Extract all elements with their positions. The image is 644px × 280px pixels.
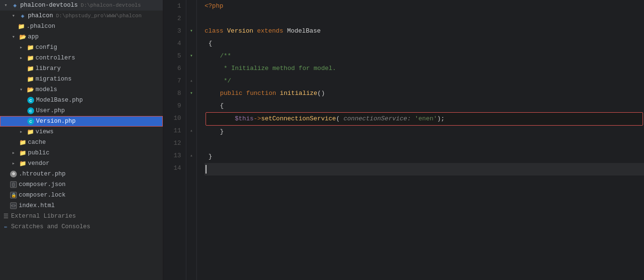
project-icon: ◈ [19,12,26,20]
tree-item-public[interactable]: 📁 public [0,148,163,158]
tree-item-label: library [36,65,61,72]
tree-item-label: composer.json [19,181,66,188]
file-tree[interactable]: ◈ phalcon-devtools D:\phalcon-devtools ◈… [0,0,163,280]
tree-item-label: vendor [28,160,49,167]
line-numbers: 1 2 3 4 5 6 7 8 9 10 11 12 13 14 [163,0,186,280]
code-line-12 [205,138,644,151]
arrow-down-icon [10,33,17,41]
arrow-right-icon [10,160,17,167]
spacer [10,139,17,146]
tree-item-scratches[interactable]: Scratches and Consoles [0,222,163,232]
code-line-5: /** [205,50,644,62]
tree-item-label: ModelBase.php [36,97,83,104]
code-line-4: { [205,37,644,50]
fold-open-icon[interactable]: ▾ [190,25,193,37]
tree-item-label: External Libraries [11,213,76,220]
code-line-1: <?php [205,0,644,12]
code-line-11: } [205,126,644,138]
folder-icon: 📁 [17,23,25,30]
code-line-14 [205,163,644,175]
php-file-icon: C [27,117,35,125]
arrow-right-icon [17,54,25,62]
tree-item-label: models [36,86,57,93]
tree-item-label: index.html [19,202,55,209]
tree-item-modelbase[interactable]: C ModelBase.php [0,95,163,105]
tree-item-index-html[interactable]: <> index.html [0,200,163,211]
tree-item-path: D:\phpstudy_pro\WWW\phalcon [56,13,142,19]
cursor [206,165,207,174]
tree-item-label: .htrouter.php [19,171,66,177]
html-file-icon: <> [10,202,17,210]
tree-item-path: D:\phalcon-devtools [81,2,141,8]
code-content[interactable]: <?php class Version extends ModelBase { … [197,0,644,280]
tree-item-library[interactable]: 📁 library [0,63,163,74]
folder-icon: 📁 [26,65,34,72]
folder-icon: 📁 [26,54,34,62]
spacer [17,75,25,83]
tree-item-label: migrations [36,76,72,82]
folder-icon: 📁 [19,139,26,146]
php-file-icon: ⚙ [10,170,17,178]
spacer [17,65,25,72]
tree-item-label: phalcon [28,12,53,19]
code-line-13: } [205,151,644,163]
tree-item-models[interactable]: 📂 models [0,84,163,95]
code-line-7: */ [205,75,644,87]
code-line-9: { [205,100,644,112]
tree-item-label: .phalcon [26,23,55,30]
json-file-icon: {} [10,181,17,188]
tree-item-phalcon-dir[interactable]: 📁 .phalcon [0,21,163,32]
tree-item-vendor[interactable]: 📁 vendor [0,158,163,169]
editor-content[interactable]: 1 2 3 4 5 6 7 8 9 10 11 12 13 14 ▾ ▾ [163,0,644,280]
tree-item-config[interactable]: 📁 config [0,42,163,53]
tree-item-phalcon-devtools[interactable]: ◈ phalcon-devtools D:\phalcon-devtools [0,0,163,11]
tree-item-app[interactable]: 📂 app [0,32,163,42]
arrow-down-icon [2,1,10,9]
tree-item-migrations[interactable]: 📁 migrations [0,74,163,84]
tree-item-composer-lock[interactable]: 🔒 composer.lock [0,190,163,200]
fold-markers: ▾ ▾ ▴ ▾ ▴ ▴ [186,0,197,280]
folder-icon: 📁 [26,44,34,51]
ext-lib-icon [2,212,10,220]
tree-item-version[interactable]: C Version.php [0,116,163,127]
folder-icon: 📁 [26,128,34,136]
project-icon: ◈ [11,1,19,9]
scratch-icon [2,223,10,231]
fold-open-icon[interactable]: ▾ [190,50,193,62]
tree-item-cache[interactable]: 📁 cache [0,137,163,148]
code-line-6: * Initialize method for model. [205,62,644,75]
tree-item-label: app [28,34,39,40]
tree-item-label: Version.php [36,118,76,125]
tree-item-phalcon[interactable]: ◈ phalcon D:\phpstudy_pro\WWW\phalcon [0,11,163,21]
arrow-right-icon [17,44,25,51]
arrow-right-icon [10,149,17,157]
folder-icon: 📁 [19,160,26,167]
folder-icon: 📁 [19,149,26,157]
tree-item-external-libs[interactable]: External Libraries [0,211,163,222]
tree-item-composer-json[interactable]: {} composer.json [0,179,163,190]
tree-item-user[interactable]: C User.php [0,105,163,116]
arrow-down-icon [10,12,17,20]
tree-item-label: cache [28,139,46,146]
tree-item-htrouter[interactable]: ⚙ .htrouter.php [0,169,163,179]
tree-item-label: config [36,44,57,51]
fold-close-icon[interactable]: ▴ [190,75,193,87]
fold-close-icon[interactable]: ▴ [190,150,193,162]
code-line-2 [205,12,644,25]
tree-item-label: Scratches and Consoles [11,223,90,230]
fold-open-icon[interactable]: ▾ [190,87,193,100]
code-line-3: class Version extends ModelBase [205,25,644,37]
arrow-right-icon [17,128,25,136]
folder-icon: 📁 [26,75,34,83]
tree-item-label: User.php [36,107,65,114]
code-line-8: public function initialize() [205,87,644,100]
php-file-icon: C [27,96,35,104]
editor-panel: 1 2 3 4 5 6 7 8 9 10 11 12 13 14 ▾ ▾ [163,0,644,280]
lock-file-icon: 🔒 [10,191,17,199]
tree-item-label: public [28,150,49,156]
tree-item-label: controllers [36,55,75,61]
tree-item-views[interactable]: 📁 views [0,127,163,137]
fold-close-icon[interactable]: ▴ [190,125,193,137]
tree-item-controllers[interactable]: 📁 controllers [0,53,163,63]
arrow-down-icon [17,86,25,93]
